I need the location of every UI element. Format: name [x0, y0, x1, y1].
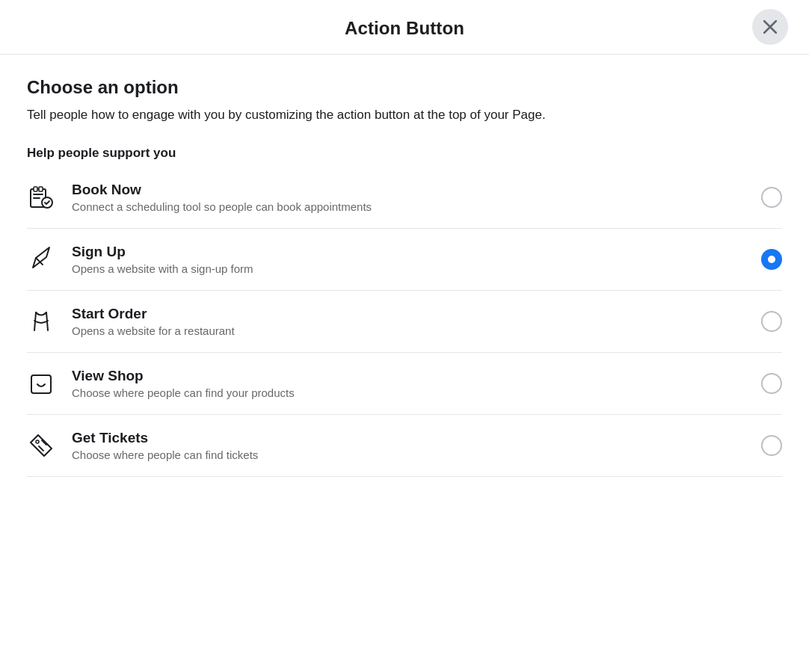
- close-icon: [763, 20, 777, 34]
- modal-content: Choose an option Tell people how to enga…: [0, 55, 809, 492]
- option-view-shop[interactable]: View Shop Choose where people can find y…: [27, 353, 782, 415]
- option-get-tickets[interactable]: Get Tickets Choose where people can find…: [27, 415, 782, 477]
- svg-rect-4: [34, 187, 37, 191]
- view-shop-label: View Shop: [72, 368, 761, 384]
- view-shop-radio[interactable]: [761, 373, 782, 394]
- book-now-sublabel: Connect a scheduling tool so people can …: [72, 200, 761, 213]
- start-order-icon: [27, 307, 69, 336]
- book-now-radio[interactable]: [761, 187, 782, 208]
- get-tickets-label: Get Tickets: [72, 430, 761, 446]
- group-label: Help people support you: [27, 146, 782, 161]
- sign-up-radio[interactable]: [761, 249, 782, 270]
- get-tickets-sublabel: Choose where people can find tickets: [72, 448, 761, 461]
- view-shop-text: View Shop Choose where people can find y…: [69, 368, 761, 399]
- start-order-text: Start Order Opens a website for a restau…: [69, 306, 761, 337]
- section-title: Choose an option: [27, 77, 782, 98]
- option-sign-up[interactable]: Sign Up Opens a website with a sign-up f…: [27, 229, 782, 291]
- option-book-now[interactable]: Book Now Connect a scheduling tool so pe…: [27, 167, 782, 229]
- book-now-text: Book Now Connect a scheduling tool so pe…: [69, 182, 761, 213]
- get-tickets-radio[interactable]: [761, 435, 782, 456]
- sign-up-sublabel: Opens a website with a sign-up form: [72, 262, 761, 275]
- option-start-order[interactable]: Start Order Opens a website for a restau…: [27, 291, 782, 353]
- modal-container: Action Button Choose an option Tell peop…: [0, 0, 809, 492]
- options-list: Book Now Connect a scheduling tool so pe…: [27, 167, 782, 477]
- start-order-sublabel: Opens a website for a restaurant: [72, 324, 761, 337]
- sign-up-text: Sign Up Opens a website with a sign-up f…: [69, 244, 761, 275]
- book-now-icon: [27, 183, 69, 212]
- close-button[interactable]: [752, 9, 788, 45]
- svg-point-9: [36, 440, 39, 443]
- view-shop-icon: [27, 369, 69, 398]
- sign-up-icon: [27, 245, 69, 274]
- start-order-radio[interactable]: [761, 311, 782, 332]
- sign-up-label: Sign Up: [72, 244, 761, 260]
- start-order-label: Start Order: [72, 306, 761, 322]
- svg-rect-8: [31, 375, 51, 393]
- section-description: Tell people how to engage with you by cu…: [27, 105, 782, 125]
- modal-title: Action Button: [345, 18, 464, 39]
- svg-rect-5: [39, 187, 43, 191]
- modal-header: Action Button: [0, 0, 809, 55]
- view-shop-sublabel: Choose where people can find your produc…: [72, 386, 761, 399]
- get-tickets-text: Get Tickets Choose where people can find…: [69, 430, 761, 461]
- book-now-label: Book Now: [72, 182, 761, 198]
- get-tickets-icon: [27, 431, 69, 460]
